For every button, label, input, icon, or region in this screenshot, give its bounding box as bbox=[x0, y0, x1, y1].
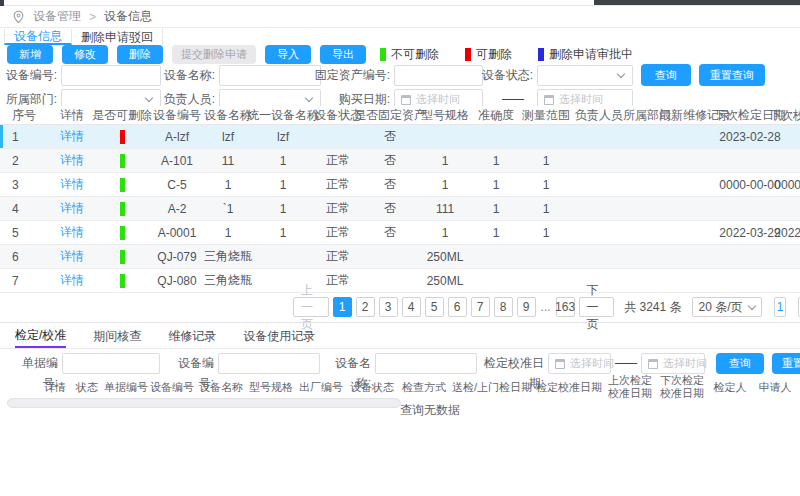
bottom-reset-query-button[interactable]: 重置查询 bbox=[772, 353, 800, 374]
column-header: 负责人员 bbox=[572, 107, 626, 124]
detail-link[interactable]: 详情 bbox=[60, 200, 84, 217]
table-row[interactable]: 6详情QJ-079三角烧瓶正常250ML bbox=[0, 245, 800, 269]
page-size-select[interactable]: 20 条/页 bbox=[692, 297, 762, 317]
date-range-separator: —— bbox=[611, 353, 639, 373]
toolbar-button[interactable]: 导出 bbox=[320, 45, 366, 64]
table-cell bbox=[94, 130, 150, 144]
table-cell: 1 bbox=[418, 154, 472, 168]
record-filter-date-end-input[interactable]: 选择时间 bbox=[641, 353, 705, 374]
legend-color-bar bbox=[465, 48, 471, 61]
toolbar-button[interactable]: 导入 bbox=[265, 45, 311, 64]
column-header: 统一设备名称 bbox=[252, 107, 314, 124]
filter-label: 设备编号: bbox=[0, 65, 57, 85]
chevron-down-icon bbox=[145, 94, 153, 102]
empty-state-text: 查询无数据 bbox=[0, 402, 800, 419]
table-cell: 详情 bbox=[50, 152, 94, 169]
detail-link[interactable]: 详情 bbox=[60, 128, 84, 145]
legend-label: 不可删除 bbox=[391, 46, 439, 63]
table-cell: 250ML bbox=[418, 274, 472, 288]
query-button[interactable]: 查询 bbox=[641, 64, 691, 86]
detail-link[interactable]: 详情 bbox=[60, 272, 84, 289]
toolbar-button[interactable]: 新增 bbox=[7, 45, 53, 64]
column-header: 是否可删除 bbox=[94, 107, 150, 124]
column-header: 型号规格 bbox=[418, 107, 472, 124]
table-cell: 详情 bbox=[50, 176, 94, 193]
table-row[interactable]: 1详情A-lzflzflzf否2023-02-28 bbox=[0, 125, 800, 149]
top-tab[interactable]: 删除申请驳回 bbox=[72, 29, 163, 45]
toolbar-button[interactable]: 修改 bbox=[62, 45, 108, 64]
total-count-text: 共 3241 条 bbox=[624, 299, 681, 316]
table-cell: 1 bbox=[520, 202, 572, 216]
page-number-button[interactable]: 9 bbox=[517, 297, 536, 317]
table-row[interactable]: 4详情A-2`11正常否11111 bbox=[0, 197, 800, 221]
column-header: 状态 bbox=[70, 380, 104, 395]
bottom-query-button[interactable]: 查询 bbox=[716, 353, 764, 374]
page-number-button[interactable]: 5 bbox=[425, 297, 444, 317]
legend-label: 可删除 bbox=[476, 46, 512, 63]
table-cell: 1 bbox=[204, 178, 252, 192]
record-filter-input[interactable] bbox=[62, 353, 160, 374]
table-row[interactable]: 2详情A-101111正常否111 bbox=[0, 149, 800, 173]
table-cell: lzf bbox=[204, 130, 252, 144]
page-number-button[interactable]: 7 bbox=[471, 297, 490, 317]
page-number-button[interactable]: 6 bbox=[448, 297, 467, 317]
legend-item: 不可删除 bbox=[380, 46, 439, 63]
bottom-tab[interactable]: 检定/校准 bbox=[15, 325, 66, 348]
page-number-button[interactable]: 3 bbox=[379, 297, 398, 317]
table-row[interactable]: 5详情A-000111正常否1112022-03-292022-03-29 bbox=[0, 221, 800, 245]
record-table-header: 详情状态单据编号设备编号设备名称型号规格出厂编号设备状态检查方式送检/上门检日期… bbox=[0, 374, 800, 400]
table-cell bbox=[94, 274, 150, 288]
date-placeholder: 选择时间 bbox=[559, 92, 603, 107]
table-cell: 1 bbox=[520, 226, 572, 240]
bottom-tab[interactable]: 维修记录 bbox=[168, 325, 216, 348]
table-row[interactable]: 7详情QJ-080三角烧瓶正常250ML bbox=[0, 269, 800, 293]
table-cell: 1 bbox=[252, 226, 314, 240]
table-cell: 0000-00-00 bbox=[722, 178, 778, 192]
filter-select[interactable] bbox=[537, 65, 633, 86]
deletable-flag bbox=[120, 250, 125, 264]
column-header: 设备编号 bbox=[150, 107, 204, 124]
detail-link[interactable]: 详情 bbox=[60, 248, 84, 265]
bottom-tab[interactable]: 设备使用记录 bbox=[243, 325, 315, 348]
prev-page-button: 上一页 bbox=[293, 297, 329, 317]
record-filter-input[interactable] bbox=[218, 353, 320, 374]
record-filter-date-start-input[interactable]: 选择时间 bbox=[548, 353, 611, 374]
filter-input[interactable] bbox=[394, 65, 483, 86]
page-number-button[interactable]: 1 bbox=[333, 297, 352, 317]
detail-link[interactable]: 详情 bbox=[60, 152, 84, 169]
detail-link[interactable]: 详情 bbox=[60, 224, 84, 241]
column-header: 检定校准日期 bbox=[534, 380, 604, 395]
table-cell: 1 bbox=[252, 154, 314, 168]
filter-input[interactable] bbox=[61, 65, 161, 86]
record-filter-input[interactable] bbox=[375, 353, 477, 374]
page-number-button[interactable]: 8 bbox=[494, 297, 513, 317]
panel-divider bbox=[0, 322, 800, 323]
page-size-value: 20 条/页 bbox=[699, 299, 743, 316]
column-header: 送检/上门检日期 bbox=[450, 380, 534, 395]
legend-label: 删除申请审批中 bbox=[549, 46, 633, 63]
table-cell: 否 bbox=[362, 128, 418, 145]
toolbar-button[interactable]: 删除 bbox=[117, 45, 163, 64]
next-page-button[interactable]: 下一页 bbox=[579, 297, 615, 317]
table-row[interactable]: 3详情C-511正常否1110000-00-000000-00-00 bbox=[0, 173, 800, 197]
page-number-button[interactable]: 2 bbox=[356, 297, 375, 317]
deletable-flag bbox=[120, 202, 125, 216]
detail-link[interactable]: 详情 bbox=[60, 176, 84, 193]
filter-label: 固定资产编号: bbox=[295, 65, 390, 85]
deletable-flag bbox=[120, 130, 125, 144]
table-cell: A-101 bbox=[150, 154, 204, 168]
last-page-button[interactable]: 163 bbox=[556, 297, 575, 317]
bottom-tab[interactable]: 期间核查 bbox=[93, 325, 141, 348]
table-cell: 1 bbox=[520, 178, 572, 192]
jump-page-input[interactable]: 1 bbox=[774, 297, 787, 317]
table-cell: 6 bbox=[0, 250, 50, 264]
top-tab[interactable]: 设备信息 bbox=[4, 29, 72, 45]
page-number-button[interactable]: 4 bbox=[402, 297, 421, 317]
reset-query-button[interactable]: 重置查询 bbox=[699, 64, 765, 86]
column-header: 序号 bbox=[0, 107, 50, 124]
record-filter-label: 设备编号: bbox=[170, 353, 214, 373]
breadcrumb-item[interactable]: 设备管理 bbox=[33, 8, 81, 25]
table-cell: 7 bbox=[0, 274, 50, 288]
record-filter-label: 单据编号: bbox=[12, 353, 58, 373]
filter-label: 设备名称: bbox=[158, 65, 215, 85]
